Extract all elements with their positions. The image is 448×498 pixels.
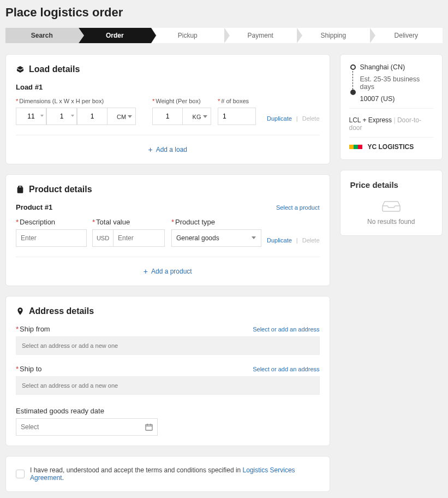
total-value-input[interactable] (113, 229, 165, 247)
ready-date-input[interactable] (16, 418, 158, 436)
price-empty-text: No results found (350, 218, 432, 226)
pin-icon (16, 307, 25, 316)
inbox-icon (381, 199, 401, 212)
description-input[interactable] (16, 229, 87, 247)
product-card: Product details Product #1 Select a prod… (5, 174, 330, 286)
carrier-logo-icon (349, 145, 362, 149)
load-duplicate-link[interactable]: Duplicate (267, 115, 292, 122)
step-pickup[interactable]: Pickup (151, 28, 224, 43)
clipboard-icon (16, 185, 25, 194)
total-value-label: *Total value (92, 218, 166, 226)
route-to: 10007 (US) (360, 95, 433, 103)
load-subhead: Load #1 (16, 83, 320, 91)
select-product-link[interactable]: Select a product (276, 204, 320, 211)
ready-date-label: Estimated goods ready date (16, 407, 320, 415)
step-delivery[interactable]: Delivery (370, 28, 443, 43)
route-from: Shanghai (CN) (360, 63, 433, 71)
route-eta: Est. 25-35 business days (360, 75, 433, 91)
product-duplicate-link[interactable]: Duplicate (267, 237, 292, 244)
page-title: Place logistics order (5, 5, 443, 20)
step-payment[interactable]: Payment (224, 28, 297, 43)
weight-unit-select[interactable]: KG (183, 108, 211, 125)
carrier-row: YC LOGISTICS (349, 143, 433, 151)
boxes-input[interactable] (218, 108, 256, 125)
dim-unit-select[interactable]: CM (107, 108, 136, 125)
load-delete-link[interactable]: Delete (302, 115, 320, 122)
length-input[interactable] (16, 108, 46, 125)
ship-from-label: *Ship from (16, 325, 50, 333)
agree-text: I have read, understood and accept the t… (30, 466, 320, 482)
ship-to-input[interactable] (16, 376, 320, 395)
description-label: *Description (16, 218, 87, 226)
step-shipping[interactable]: Shipping (297, 28, 370, 43)
product-delete-link[interactable]: Delete (302, 237, 320, 244)
svg-rect-0 (146, 424, 152, 430)
ship-from-add-link[interactable]: Select or add an address (253, 326, 319, 333)
plus-icon: + (148, 145, 152, 154)
ship-to-label: *Ship to (16, 365, 42, 373)
product-heading: Product details (29, 185, 92, 194)
agreement-card: I have read, understood and accept the t… (5, 456, 330, 492)
carrier-name: YC LOGISTICS (368, 143, 414, 151)
origin-dot-icon (350, 64, 356, 70)
product-type-select[interactable]: General goods (171, 229, 261, 247)
add-load-button[interactable]: + Add a load (16, 145, 320, 154)
step-order[interactable]: Order (79, 28, 152, 43)
service-info: LCL + Express | Door-to-door (349, 116, 433, 132)
load-card: Load details Load #1 *Dimensions (L x W … (5, 54, 330, 164)
weight-label: *Weight (Per box) (152, 98, 212, 104)
box-icon (16, 65, 25, 74)
width-input[interactable] (46, 108, 77, 125)
currency-label: USD (92, 229, 113, 247)
address-card: Address details *Ship from Select or add… (5, 296, 330, 446)
dest-dot-icon (350, 90, 356, 95)
weight-input[interactable] (152, 108, 183, 125)
address-heading: Address details (29, 306, 94, 316)
load-heading: Load details (29, 64, 80, 74)
dimensions-label: *Dimensions (L x W x H per box) (16, 98, 147, 104)
step-search[interactable]: Search (5, 28, 79, 43)
plus-icon: + (144, 267, 148, 276)
stepper: Search Order Pickup Payment Shipping Del… (5, 28, 443, 43)
product-subhead: Product #1 (16, 203, 52, 211)
agree-checkbox[interactable] (16, 470, 25, 478)
price-heading: Price details (350, 180, 432, 189)
add-product-button[interactable]: + Add a product (16, 267, 320, 276)
product-type-label: *Product type (171, 218, 261, 226)
price-card: Price details No results found (340, 170, 443, 236)
summary-card: Shanghai (CN) Est. 25-35 business days 1… (340, 54, 443, 160)
ship-to-add-link[interactable]: Select or add an address (253, 366, 319, 372)
height-input[interactable] (77, 108, 107, 125)
boxes-label: *# of boxes (218, 98, 261, 104)
ship-from-input[interactable] (16, 336, 320, 355)
calendar-icon (145, 423, 153, 431)
